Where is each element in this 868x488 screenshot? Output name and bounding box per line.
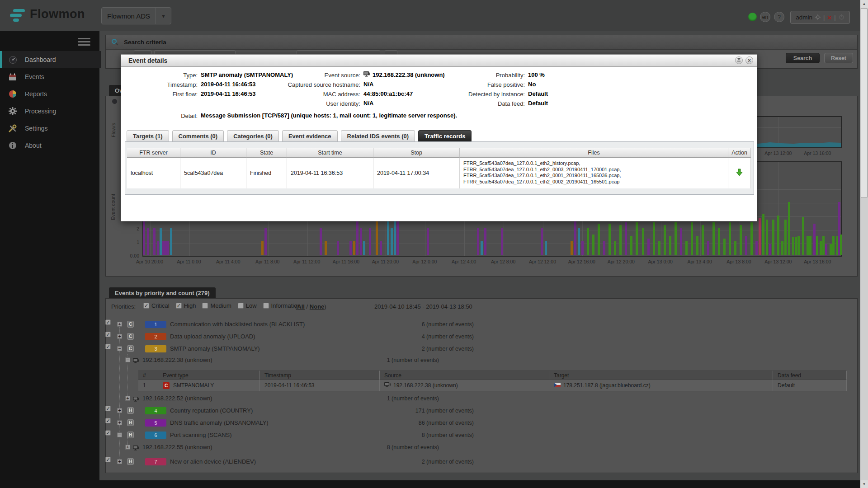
event-type-label: Country reputation (COUNTRY) — [170, 407, 253, 414]
power-icon[interactable] — [839, 14, 844, 22]
priority-option-low: Low — [238, 302, 257, 309]
field-value: 100 % — [528, 71, 545, 78]
x-axis-label: Apr 12 8:00 — [483, 259, 524, 264]
separator: / — [305, 303, 310, 310]
tab-event-evidence[interactable]: Event evidence — [282, 130, 338, 141]
tree-row[interactable]: +192.168.222.52 (unknown)1 (number of ev… — [105, 394, 858, 404]
x-axis-label: Apr 13 0:00 — [640, 259, 681, 264]
tree-row[interactable]: −C✓3SMTP anomaly (SMTPANOMALY)2 (number … — [105, 344, 858, 354]
event-bar — [669, 236, 671, 255]
checkbox-medium[interactable] — [202, 303, 208, 309]
help-button[interactable]: ? — [774, 12, 784, 22]
tab-traffic-records[interactable]: Traffic records — [418, 130, 472, 141]
tree-expander[interactable]: − — [117, 432, 122, 437]
scroll-down-arrow[interactable]: ▼ — [860, 480, 868, 488]
event-bar — [153, 228, 156, 255]
sidebar-item-dashboard[interactable]: Dashboard — [0, 51, 101, 68]
chevron-down-icon[interactable]: ▾ — [156, 8, 171, 24]
sidebar-item-reports[interactable]: Reports — [0, 85, 99, 103]
field-label: First flow: — [94, 91, 198, 98]
sidebar-item-about[interactable]: About — [0, 137, 99, 154]
select-none-link[interactable]: None — [310, 303, 325, 310]
event-bar — [734, 241, 736, 255]
page-scrollbar[interactable]: ▲ ▼ — [860, 0, 868, 488]
sidebar-item-settings[interactable]: Settings — [0, 120, 99, 137]
tree-expander[interactable]: + — [117, 322, 122, 327]
priority-color-bar: 7 — [145, 458, 166, 465]
sidebar-item-events[interactable]: Events — [0, 68, 99, 85]
reset-button[interactable]: Reset — [824, 53, 853, 63]
x-axis-label: Apr 13 16:00 — [797, 259, 838, 264]
nested-table-header-5: Data feed — [773, 371, 847, 380]
tree-row[interactable]: +C✓2Data upload anomaly (UPLOAD)4 (numbe… — [105, 332, 858, 342]
tab-related-ids-events-0-[interactable]: Related IDS events (0) — [341, 130, 415, 141]
product-select[interactable]: Flowmon ADS ▾ — [101, 7, 171, 24]
tree-expander[interactable]: + — [117, 334, 122, 339]
tree-checkbox[interactable]: ✓ — [105, 332, 111, 337]
tree-expander[interactable]: + — [117, 420, 122, 425]
paren: ) — [324, 303, 326, 310]
separator: | — [823, 14, 825, 21]
search-criteria-header[interactable]: Search criteria — [106, 35, 857, 50]
gauge-icon[interactable] — [112, 99, 118, 104]
tab-categories-0-[interactable]: Categories (0) — [227, 130, 279, 141]
sidebar: DashboardEventsReportsProcessingSettings… — [0, 31, 99, 488]
tree-checkbox[interactable]: ✓ — [105, 418, 111, 423]
tree-row[interactable]: +H✓5DNS traffic anomaly (DNSANOMALY)86 (… — [105, 418, 858, 428]
scrollbar-thumb[interactable] — [861, 8, 868, 198]
x-axis-label: Apr 11 8:00 — [247, 259, 288, 264]
scroll-up-arrow[interactable]: ▲ — [860, 0, 868, 8]
tree-row[interactable]: −192.168.222.38 (unknown)1 (number of ev… — [105, 355, 858, 365]
sidebar-item-processing[interactable]: Processing — [0, 103, 99, 120]
event-bar — [571, 241, 573, 255]
search-button[interactable]: Search — [786, 53, 820, 63]
select-all-link[interactable]: All — [297, 303, 305, 310]
event-bar — [481, 241, 483, 255]
tree-checkbox[interactable]: ✓ — [105, 430, 111, 436]
tree-row[interactable]: +192.168.222.55 (unknown)8 (number of ev… — [105, 442, 858, 452]
menu-hamburger-icon[interactable] — [78, 38, 90, 46]
tree-row[interactable]: +C✓1Communication with blacklisted hosts… — [105, 319, 858, 329]
checkbox-information[interactable] — [263, 303, 269, 309]
tab-targets-1-[interactable]: Targets (1) — [127, 130, 169, 141]
event-bar — [820, 241, 822, 255]
tree-expander[interactable]: + — [125, 396, 130, 401]
tab-events-by-priority[interactable]: Events by priority and count (279) — [109, 287, 216, 298]
logout-x-icon[interactable]: × — [828, 14, 832, 21]
event-bar — [630, 236, 632, 255]
modal-header[interactable]: Event details × — [121, 55, 757, 67]
tree-checkbox[interactable]: ✓ — [105, 457, 111, 462]
close-button[interactable]: × — [745, 56, 753, 64]
user-settings-gear-icon[interactable] — [815, 14, 821, 22]
priority-color-bar: 2 — [145, 333, 166, 340]
x-axis-label: Apr 11 4:00 — [208, 259, 249, 264]
download-icon[interactable] — [736, 169, 743, 178]
brand-title: Flowmon — [30, 7, 85, 21]
event-bar — [795, 237, 797, 255]
date-range: 2019-04-10 18:45 - 2019-04-13 18:50 — [374, 303, 472, 310]
language-badge[interactable]: en — [760, 12, 770, 22]
tree-expander[interactable]: + — [125, 445, 130, 450]
tree-checkbox[interactable]: ✓ — [105, 406, 111, 411]
x-axis-label: Apr 10 20:00 — [129, 259, 170, 264]
tree-expander[interactable]: + — [117, 408, 122, 413]
y-axis-tick: 1 — [118, 239, 139, 245]
field-label: Detected by instance: — [421, 91, 525, 98]
tree-row[interactable]: +H✓4Country reputation (COUNTRY)171 (num… — [105, 406, 858, 416]
tree-checkbox[interactable]: ✓ — [105, 344, 111, 349]
tree-row[interactable]: +H✓7New or alien device (ALIENDEV)2 (num… — [105, 457, 858, 467]
tree-expander[interactable]: + — [117, 459, 122, 464]
tab-comments-0-[interactable]: Comments (0) — [172, 130, 224, 141]
checkbox-high[interactable]: ✓ — [176, 303, 182, 309]
checkbox-critical[interactable]: ✓ — [143, 303, 149, 309]
tree-checkbox[interactable]: ✓ — [105, 319, 111, 325]
tree-expander[interactable]: − — [125, 357, 130, 362]
tree-row[interactable]: −H✓6Port scanning (SCANS)8 (number of ev… — [105, 430, 858, 440]
event-bar — [822, 236, 825, 255]
event-bar — [766, 220, 768, 255]
checkbox-low[interactable] — [238, 303, 244, 309]
tree-expander[interactable]: − — [117, 346, 122, 351]
collapse-button[interactable] — [735, 56, 743, 64]
event-bar — [360, 228, 362, 255]
user-menu[interactable]: admin | × | — [790, 11, 850, 24]
